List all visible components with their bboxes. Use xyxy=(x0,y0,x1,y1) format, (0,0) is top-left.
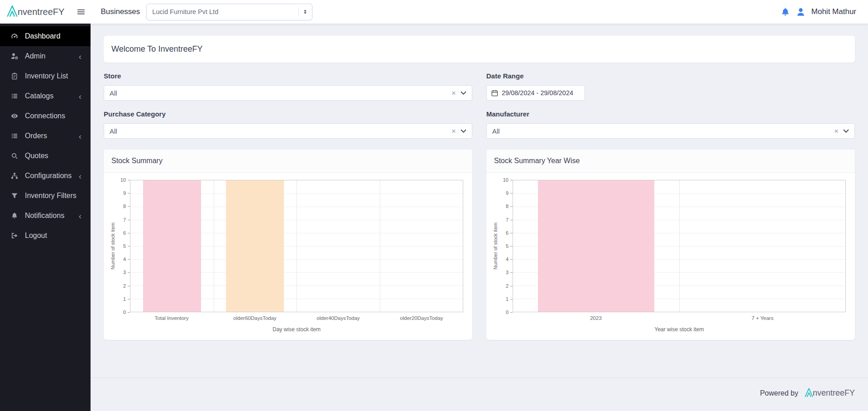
chevron-left-icon: ‹ xyxy=(79,52,82,61)
manufacturer-select-value: All xyxy=(492,127,500,135)
topbar: nventreeFY Businesses Lucid Furniture Pv… xyxy=(0,0,868,24)
x-axis-labels: 20237 + Years xyxy=(492,315,846,321)
x-axis-labels: Total Inventoryolder60DaysTodayolder40Da… xyxy=(109,315,463,321)
chart-area: Number of stock item012345678910 xyxy=(492,180,846,312)
sidebar-item-connections[interactable]: Connections xyxy=(0,106,91,126)
sidebar-item-label: Connections xyxy=(25,112,82,120)
filter-purchase-category: Purchase Category All × xyxy=(104,110,472,139)
sidebar-item-configurations[interactable]: Configurations‹ xyxy=(0,166,91,186)
y-tick-label: 5 xyxy=(123,243,126,249)
filter-icon xyxy=(11,192,19,199)
manufacturer-label: Manufacturer xyxy=(486,110,855,118)
y-tick-label: 1 xyxy=(123,296,126,302)
sidebar-item-logout[interactable]: Logout xyxy=(0,226,91,246)
chart-title: Stock Summary Year Wise xyxy=(486,150,855,173)
gauge-icon xyxy=(11,33,19,40)
filter-store: Store All × xyxy=(104,72,472,101)
charts-section: Stock Summary Number of stock item012345… xyxy=(104,150,855,340)
main-content: Welcome To InventreeFY Store All × Date … xyxy=(91,24,868,411)
y-axis-title: Number of stock item xyxy=(492,180,499,312)
y-tick-label: 10 xyxy=(503,177,508,183)
y-tick-label: 9 xyxy=(123,190,126,196)
chart-area: Number of stock item012345678910 xyxy=(109,180,463,312)
sidebar-item-label: Notifications xyxy=(25,212,79,220)
chevron-down-icon[interactable] xyxy=(460,91,466,95)
gridline-vertical xyxy=(679,180,680,312)
search-icon xyxy=(11,152,19,160)
gridline-vertical xyxy=(380,180,380,312)
clipboard-icon xyxy=(11,73,19,80)
eye-icon xyxy=(11,112,19,120)
chevron-down-icon[interactable] xyxy=(460,129,466,133)
sidebar-item-quotes[interactable]: Quotes xyxy=(0,146,91,166)
x-tick-label: 7 + Years xyxy=(679,315,846,321)
sidebar-item-admin[interactable]: Admin‹ xyxy=(0,46,91,66)
sidebar: DashboardAdmin‹Inventory ListCatalogs‹Co… xyxy=(0,24,91,411)
notifications-bell-icon[interactable] xyxy=(781,7,790,17)
y-tick xyxy=(510,312,513,313)
chevron-left-icon: ‹ xyxy=(79,172,82,180)
y-axis-labels: 012345678910 xyxy=(499,180,513,312)
filter-manufacturer: Manufacturer All × xyxy=(486,110,855,139)
sidebar-item-inventory-filters[interactable]: Inventory Filters xyxy=(0,186,91,206)
sidebar-nav: DashboardAdmin‹Inventory ListCatalogs‹Co… xyxy=(0,26,91,246)
x-axis-title: Year wise stock item xyxy=(492,326,846,333)
gridline-vertical xyxy=(214,180,214,312)
list-icon xyxy=(11,92,19,100)
y-tick-label: 9 xyxy=(506,190,508,196)
select-controls: × xyxy=(451,127,466,135)
clear-icon[interactable]: × xyxy=(451,89,456,97)
y-axis-labels: 012345678910 xyxy=(116,180,130,312)
clear-icon[interactable]: × xyxy=(834,127,839,135)
y-tick-label: 7 xyxy=(506,217,508,222)
y-tick-label: 4 xyxy=(123,256,126,262)
y-tick-label: 3 xyxy=(506,270,508,275)
y-tick-label: 1 xyxy=(506,296,508,302)
x-tick-label: older40DaysToday xyxy=(297,315,380,321)
sidebar-item-orders[interactable]: Orders‹ xyxy=(0,126,91,146)
footer-brand-logo[interactable]: nventreeFY xyxy=(803,387,855,399)
chevron-down-icon[interactable] xyxy=(843,129,849,133)
manufacturer-select[interactable]: All × xyxy=(486,123,855,139)
app-logo[interactable]: nventreeFY xyxy=(5,4,64,19)
businesses-label: Businesses xyxy=(101,7,140,16)
store-select[interactable]: All × xyxy=(104,85,472,101)
y-tick-label: 10 xyxy=(120,177,126,183)
business-select-value: Lucid Furniture Pvt Ltd xyxy=(152,8,218,15)
y-tick-label: 2 xyxy=(123,283,126,289)
logout-icon xyxy=(11,232,19,239)
purchase-category-select[interactable]: All × xyxy=(104,123,472,139)
date-range-input[interactable]: 29/08/2024 - 29/08/2024 xyxy=(486,85,585,101)
list-icon xyxy=(11,132,19,140)
x-tick-label: 2023 xyxy=(513,315,679,321)
sidebar-item-label: Configurations xyxy=(25,172,79,180)
y-tick-label: 7 xyxy=(123,217,126,222)
topbar-right: Mohit Mathur xyxy=(781,7,856,17)
hamburger-menu-icon[interactable] xyxy=(77,8,85,16)
filter-date-range: Date Range 29/08/2024 - 29/08/2024 xyxy=(486,72,855,101)
purchase-category-select-value: All xyxy=(110,127,117,135)
user-avatar-icon[interactable] xyxy=(796,7,806,17)
sidebar-item-catalogs[interactable]: Catalogs‹ xyxy=(0,86,91,106)
sidebar-item-label: Admin xyxy=(25,52,79,60)
filters-section: Store All × Date Range 29/08/2024 - 29/0… xyxy=(104,72,855,139)
chevron-left-icon: ‹ xyxy=(79,92,82,101)
purchase-category-label: Purchase Category xyxy=(104,110,472,118)
x-tick-label: Total Inventory xyxy=(130,315,213,321)
y-tick-label: 0 xyxy=(506,309,508,315)
sidebar-item-dashboard[interactable]: Dashboard xyxy=(0,26,91,46)
chart-plot xyxy=(513,180,846,312)
chart-canvas: Number of stock item012345678910Total In… xyxy=(104,173,472,340)
sidebar-item-notifications[interactable]: Notifications‹ xyxy=(0,206,91,226)
sidebar-item-inventory-list[interactable]: Inventory List xyxy=(0,66,91,86)
business-select[interactable]: Lucid Furniture Pvt Ltd xyxy=(146,4,312,20)
user-name: Mohit Mathur xyxy=(811,7,856,16)
sidebar-item-label: Orders xyxy=(25,132,79,140)
chart-canvas: Number of stock item01234567891020237 + … xyxy=(486,173,855,340)
chart-bar-older60daystoday xyxy=(226,180,284,312)
clear-icon[interactable]: × xyxy=(451,127,456,135)
store-label: Store xyxy=(104,72,472,80)
bell-icon xyxy=(11,212,19,219)
y-tick-label: 3 xyxy=(123,270,126,275)
sidebar-item-label: Logout xyxy=(25,232,82,240)
